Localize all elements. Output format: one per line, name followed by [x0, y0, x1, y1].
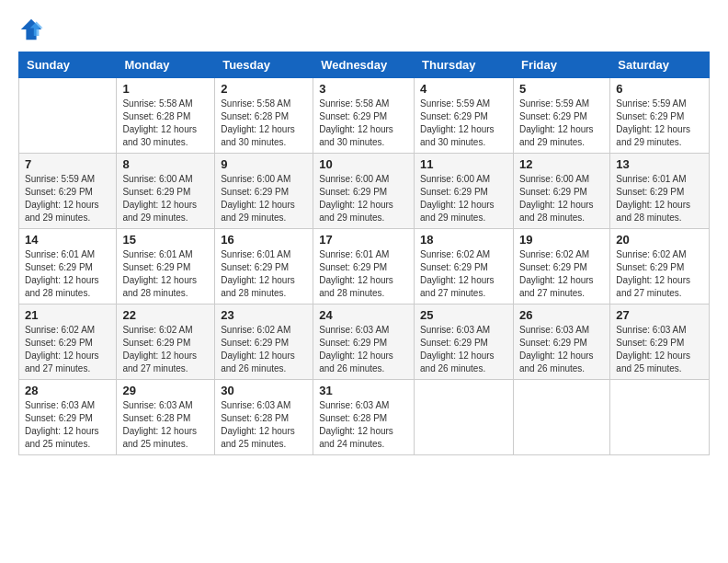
- calendar-header-monday: Monday: [117, 52, 215, 78]
- calendar-cell: 28Sunrise: 6:03 AMSunset: 6:29 PMDayligh…: [19, 380, 117, 455]
- day-info: Sunrise: 6:00 AMSunset: 6:29 PMDaylight:…: [122, 173, 209, 224]
- calendar-cell: [513, 380, 609, 455]
- day-number: 6: [616, 82, 703, 96]
- day-info: Sunrise: 5:59 AMSunset: 6:29 PMDaylight:…: [420, 98, 507, 149]
- day-info: Sunrise: 5:59 AMSunset: 6:29 PMDaylight:…: [519, 98, 604, 149]
- calendar-cell: 24Sunrise: 6:03 AMSunset: 6:29 PMDayligh…: [313, 304, 415, 380]
- header-area: [18, 17, 710, 42]
- day-number: 26: [519, 308, 604, 322]
- day-info: Sunrise: 6:03 AMSunset: 6:29 PMDaylight:…: [420, 324, 507, 375]
- day-info: Sunrise: 6:02 AMSunset: 6:29 PMDaylight:…: [519, 248, 604, 300]
- calendar-cell: 16Sunrise: 6:01 AMSunset: 6:29 PMDayligh…: [215, 229, 313, 304]
- day-number: 9: [221, 157, 307, 171]
- page: SundayMondayTuesdayWednesdayThursdayFrid…: [0, 0, 728, 563]
- day-info: Sunrise: 5:58 AMSunset: 6:29 PMDaylight:…: [319, 98, 408, 149]
- day-info: Sunrise: 6:00 AMSunset: 6:29 PMDaylight:…: [519, 173, 604, 224]
- calendar-week-4: 21Sunrise: 6:02 AMSunset: 6:29 PMDayligh…: [19, 304, 710, 380]
- calendar-cell: 30Sunrise: 6:03 AMSunset: 6:28 PMDayligh…: [215, 380, 313, 455]
- day-info: Sunrise: 6:03 AMSunset: 6:29 PMDaylight:…: [25, 399, 110, 451]
- day-number: 18: [420, 233, 507, 247]
- day-info: Sunrise: 6:02 AMSunset: 6:29 PMDaylight:…: [616, 248, 703, 300]
- day-number: 19: [519, 233, 604, 247]
- day-number: 21: [25, 308, 110, 322]
- calendar-cell: 26Sunrise: 6:03 AMSunset: 6:29 PMDayligh…: [513, 304, 609, 380]
- day-info: Sunrise: 6:03 AMSunset: 6:28 PMDaylight:…: [319, 399, 408, 451]
- calendar-week-1: 1Sunrise: 5:58 AMSunset: 6:28 PMDaylight…: [19, 78, 710, 154]
- logo: [18, 17, 48, 42]
- calendar-cell: 29Sunrise: 6:03 AMSunset: 6:28 PMDayligh…: [117, 380, 215, 455]
- calendar-cell: 19Sunrise: 6:02 AMSunset: 6:29 PMDayligh…: [513, 229, 609, 304]
- calendar-cell: [610, 380, 710, 455]
- day-number: 31: [319, 384, 408, 397]
- calendar-header-wednesday: Wednesday: [313, 52, 415, 78]
- calendar-header-sunday: Sunday: [19, 52, 117, 78]
- day-info: Sunrise: 6:03 AMSunset: 6:29 PMDaylight:…: [519, 324, 604, 375]
- day-info: Sunrise: 6:03 AMSunset: 6:28 PMDaylight:…: [122, 399, 209, 451]
- day-number: 8: [122, 157, 209, 171]
- day-info: Sunrise: 5:58 AMSunset: 6:28 PMDaylight:…: [122, 98, 209, 149]
- day-info: Sunrise: 6:02 AMSunset: 6:29 PMDaylight:…: [221, 324, 307, 375]
- day-info: Sunrise: 6:01 AMSunset: 6:29 PMDaylight:…: [616, 173, 703, 224]
- calendar-cell: 25Sunrise: 6:03 AMSunset: 6:29 PMDayligh…: [415, 304, 514, 380]
- calendar-week-5: 28Sunrise: 6:03 AMSunset: 6:29 PMDayligh…: [19, 380, 710, 455]
- calendar-cell: 11Sunrise: 6:00 AMSunset: 6:29 PMDayligh…: [415, 154, 514, 229]
- day-info: Sunrise: 6:00 AMSunset: 6:29 PMDaylight:…: [319, 173, 408, 224]
- day-number: 23: [221, 308, 307, 322]
- calendar-cell: [415, 380, 514, 455]
- calendar-table: SundayMondayTuesdayWednesdayThursdayFrid…: [18, 52, 710, 455]
- calendar-header-saturday: Saturday: [610, 52, 710, 78]
- day-info: Sunrise: 6:03 AMSunset: 6:28 PMDaylight:…: [221, 399, 307, 451]
- day-info: Sunrise: 6:02 AMSunset: 6:29 PMDaylight:…: [25, 324, 110, 375]
- day-info: Sunrise: 6:00 AMSunset: 6:29 PMDaylight:…: [420, 173, 507, 224]
- day-number: 3: [319, 82, 408, 96]
- calendar-cell: 22Sunrise: 6:02 AMSunset: 6:29 PMDayligh…: [117, 304, 215, 380]
- calendar-cell: 5Sunrise: 5:59 AMSunset: 6:29 PMDaylight…: [513, 78, 609, 154]
- day-info: Sunrise: 6:03 AMSunset: 6:29 PMDaylight:…: [319, 324, 408, 375]
- day-number: 11: [420, 157, 507, 171]
- day-info: Sunrise: 6:01 AMSunset: 6:29 PMDaylight:…: [319, 248, 408, 300]
- calendar-cell: 6Sunrise: 5:59 AMSunset: 6:29 PMDaylight…: [610, 78, 710, 154]
- day-info: Sunrise: 6:02 AMSunset: 6:29 PMDaylight:…: [122, 324, 209, 375]
- day-info: Sunrise: 6:01 AMSunset: 6:29 PMDaylight:…: [25, 248, 110, 300]
- logo-icon: [18, 17, 44, 42]
- calendar-cell: 15Sunrise: 6:01 AMSunset: 6:29 PMDayligh…: [117, 229, 215, 304]
- calendar-cell: 2Sunrise: 5:58 AMSunset: 6:28 PMDaylight…: [215, 78, 313, 154]
- calendar-cell: 20Sunrise: 6:02 AMSunset: 6:29 PMDayligh…: [610, 229, 710, 304]
- calendar-cell: 9Sunrise: 6:00 AMSunset: 6:29 PMDaylight…: [215, 154, 313, 229]
- day-number: 15: [122, 233, 209, 247]
- calendar-cell: 4Sunrise: 5:59 AMSunset: 6:29 PMDaylight…: [415, 78, 514, 154]
- day-number: 28: [25, 384, 110, 397]
- day-number: 7: [25, 157, 110, 171]
- calendar-cell: 31Sunrise: 6:03 AMSunset: 6:28 PMDayligh…: [313, 380, 415, 455]
- day-number: 2: [221, 82, 307, 96]
- day-info: Sunrise: 5:59 AMSunset: 6:29 PMDaylight:…: [616, 98, 703, 149]
- day-number: 24: [319, 308, 408, 322]
- day-number: 1: [122, 82, 209, 96]
- calendar-cell: 10Sunrise: 6:00 AMSunset: 6:29 PMDayligh…: [313, 154, 415, 229]
- day-number: 27: [616, 308, 703, 322]
- day-info: Sunrise: 6:01 AMSunset: 6:29 PMDaylight:…: [122, 248, 209, 300]
- day-number: 29: [122, 384, 209, 397]
- calendar-cell: 13Sunrise: 6:01 AMSunset: 6:29 PMDayligh…: [610, 154, 710, 229]
- day-info: Sunrise: 6:03 AMSunset: 6:29 PMDaylight:…: [616, 324, 703, 375]
- calendar-header-row: SundayMondayTuesdayWednesdayThursdayFrid…: [19, 52, 710, 78]
- day-number: 14: [25, 233, 110, 247]
- day-number: 17: [319, 233, 408, 247]
- day-info: Sunrise: 6:01 AMSunset: 6:29 PMDaylight:…: [221, 248, 307, 300]
- day-info: Sunrise: 6:02 AMSunset: 6:29 PMDaylight:…: [420, 248, 507, 300]
- calendar-header-tuesday: Tuesday: [215, 52, 313, 78]
- calendar-header-thursday: Thursday: [415, 52, 514, 78]
- day-number: 22: [122, 308, 209, 322]
- calendar-week-3: 14Sunrise: 6:01 AMSunset: 6:29 PMDayligh…: [19, 229, 710, 304]
- day-number: 25: [420, 308, 507, 322]
- day-number: 5: [519, 82, 604, 96]
- day-info: Sunrise: 5:58 AMSunset: 6:28 PMDaylight:…: [221, 98, 307, 149]
- day-number: 12: [519, 157, 604, 171]
- calendar-cell: 18Sunrise: 6:02 AMSunset: 6:29 PMDayligh…: [415, 229, 514, 304]
- calendar-week-2: 7Sunrise: 5:59 AMSunset: 6:29 PMDaylight…: [19, 154, 710, 229]
- day-number: 10: [319, 157, 408, 171]
- day-info: Sunrise: 5:59 AMSunset: 6:29 PMDaylight:…: [25, 173, 110, 224]
- calendar-cell: 27Sunrise: 6:03 AMSunset: 6:29 PMDayligh…: [610, 304, 710, 380]
- calendar-cell: 7Sunrise: 5:59 AMSunset: 6:29 PMDaylight…: [19, 154, 117, 229]
- day-number: 16: [221, 233, 307, 247]
